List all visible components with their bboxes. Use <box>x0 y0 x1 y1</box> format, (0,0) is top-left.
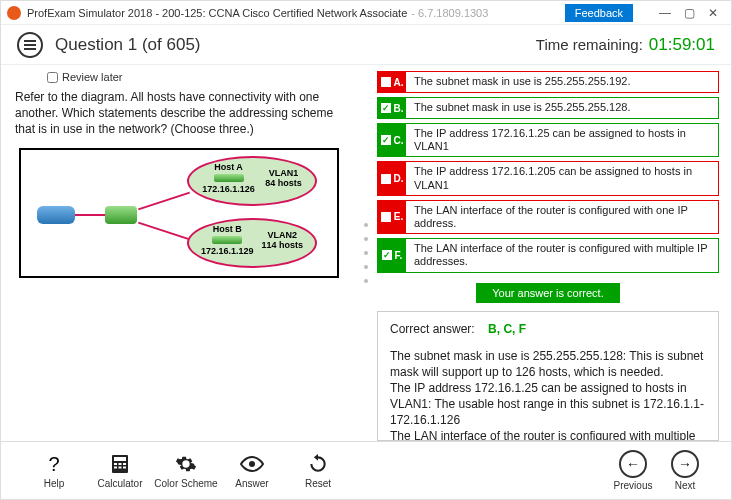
eye-icon <box>240 452 264 476</box>
pane-divider[interactable] <box>361 65 371 441</box>
answer-letter: E. <box>394 211 403 222</box>
answer-letter: B. <box>394 103 404 114</box>
host-a-label: Host A <box>202 162 255 172</box>
previous-button[interactable]: ← Previous <box>607 450 659 491</box>
main-area: Review later Refer to the diagram. All h… <box>1 65 731 441</box>
time-remaining-value: 01:59:01 <box>649 35 715 55</box>
answer-letter: A. <box>394 77 404 88</box>
help-button[interactable]: ? Help <box>21 452 87 489</box>
question-text: Refer to the diagram. All hosts have con… <box>15 89 347 138</box>
answer-letter: C. <box>394 135 404 146</box>
checkbox-empty-icon <box>381 174 391 184</box>
host-b-ip: 172.16.1.129 <box>201 246 254 256</box>
vlan2-bubble: Host B 172.16.1.129 VLAN2 114 hosts <box>187 218 317 268</box>
app-title: ProfExam Simulator 2018 - 200-125: CCNA … <box>27 7 407 19</box>
wire <box>138 191 190 210</box>
color-scheme-button[interactable]: Color Scheme <box>153 452 219 489</box>
checkbox-checked-icon: ✓ <box>382 250 392 260</box>
svg-rect-5 <box>114 467 117 469</box>
svg-rect-4 <box>123 463 126 465</box>
host-a-ip: 172.16.1.126 <box>202 184 255 194</box>
app-logo-icon <box>7 6 21 20</box>
arrow-left-icon: ← <box>619 450 647 478</box>
answer-option-d[interactable]: D.The IP address 172.16.1.205 can be ass… <box>377 161 719 195</box>
answer-letter: D. <box>394 173 404 184</box>
checkbox-checked-icon: ✓ <box>381 103 391 113</box>
question-header: Question 1 (of 605) Time remaining: 01:5… <box>1 25 731 65</box>
time-remaining-label: Time remaining: <box>536 36 643 53</box>
question-number: Question 1 (of 605) <box>55 35 201 55</box>
vlan2-hosts: 114 hosts <box>261 240 303 250</box>
review-later-input[interactable] <box>47 72 58 83</box>
answer-option-e[interactable]: E.The LAN interface of the router is con… <box>377 200 719 234</box>
vlan1-bubble: Host A 172.16.1.126 VLAN1 84 hosts <box>187 156 317 206</box>
answer-button[interactable]: Answer <box>219 452 285 489</box>
host-b-switch-icon <box>212 236 242 244</box>
vlan2-label: VLAN2 <box>267 230 297 240</box>
vlan1-label: VLAN1 <box>269 168 299 178</box>
checkbox-empty-icon <box>381 77 391 87</box>
close-button[interactable]: ✕ <box>701 6 725 20</box>
explanation-box: Correct answer: B, C, F The subnet mask … <box>377 311 719 442</box>
footer-toolbar: ? Help Calculator Color Scheme Answer Re… <box>1 441 731 499</box>
reset-icon <box>308 452 328 476</box>
svg-rect-7 <box>123 467 126 469</box>
app-version: - 6.7.1809.1303 <box>411 7 488 19</box>
minimize-button[interactable]: — <box>653 6 677 20</box>
answer-letter: F. <box>395 250 403 261</box>
answer-text: The IP address 172.16.1.25 can be assign… <box>406 124 718 156</box>
calculator-button[interactable]: Calculator <box>87 452 153 489</box>
correct-answer-value: B, C, F <box>488 322 526 336</box>
answer-feedback-banner: Your answer is correct. <box>476 283 619 303</box>
review-later-checkbox[interactable]: Review later <box>47 71 347 83</box>
feedback-button[interactable]: Feedback <box>565 4 633 22</box>
svg-rect-1 <box>114 457 126 461</box>
checkbox-checked-icon: ✓ <box>381 135 391 145</box>
correct-answer-label: Correct answer: <box>390 322 475 336</box>
answer-text: The LAN interface of the router is confi… <box>406 201 718 233</box>
answer-option-c[interactable]: ✓C.The IP address 172.16.1.25 can be ass… <box>377 123 719 157</box>
checkbox-empty-icon <box>381 212 391 222</box>
answer-text: The subnet mask in use is 255.255.255.12… <box>406 98 718 118</box>
host-b-label: Host B <box>201 224 254 234</box>
question-pane: Review later Refer to the diagram. All h… <box>1 65 361 441</box>
svg-point-8 <box>249 461 255 467</box>
answer-text: The IP address 172.16.1.205 can be assig… <box>406 162 718 194</box>
review-later-label: Review later <box>62 71 123 83</box>
reset-button[interactable]: Reset <box>285 452 351 489</box>
hamburger-icon <box>24 40 36 50</box>
answer-text: The subnet mask in use is 255.255.255.19… <box>406 72 718 92</box>
answer-text: The LAN interface of the router is confi… <box>406 239 718 271</box>
svg-rect-3 <box>119 463 122 465</box>
answer-option-a[interactable]: A.The subnet mask in use is 255.255.255.… <box>377 71 719 93</box>
title-bar: ProfExam Simulator 2018 - 200-125: CCNA … <box>1 1 731 25</box>
router-icon <box>37 206 75 224</box>
wire <box>75 214 105 216</box>
network-diagram: Host A 172.16.1.126 VLAN1 84 hosts Host … <box>19 148 339 278</box>
answer-pane: A.The subnet mask in use is 255.255.255.… <box>371 65 731 441</box>
menu-button[interactable] <box>17 32 43 58</box>
answer-option-b[interactable]: ✓B.The subnet mask in use is 255.255.255… <box>377 97 719 119</box>
arrow-right-icon: → <box>671 450 699 478</box>
vlan1-hosts: 84 hosts <box>265 178 302 188</box>
maximize-button[interactable]: ▢ <box>677 6 701 20</box>
gear-icon <box>175 452 197 476</box>
svg-rect-2 <box>114 463 117 465</box>
switch-icon <box>105 206 137 224</box>
host-a-switch-icon <box>214 174 244 182</box>
explanation-text: The subnet mask in use is 255.255.255.12… <box>390 348 706 442</box>
help-icon: ? <box>48 452 59 476</box>
calculator-icon <box>111 452 129 476</box>
wire <box>138 221 190 240</box>
svg-rect-6 <box>119 467 122 469</box>
next-button[interactable]: → Next <box>659 450 711 491</box>
answer-option-f[interactable]: ✓F.The LAN interface of the router is co… <box>377 238 719 272</box>
answer-list: A.The subnet mask in use is 255.255.255.… <box>377 71 719 273</box>
